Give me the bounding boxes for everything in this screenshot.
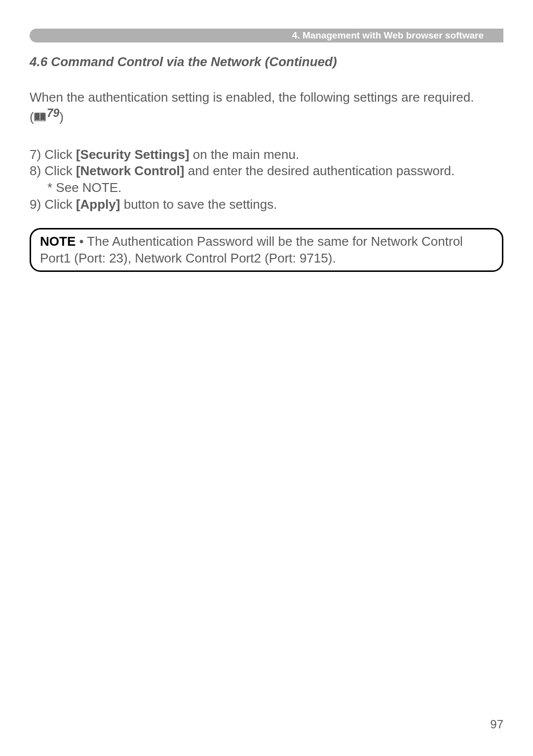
section-title: 4.6 Command Control via the Network (Con… bbox=[30, 54, 503, 70]
step-8: 8) Click [Network Control] and enter the… bbox=[30, 163, 503, 180]
intro-text: When the authentication setting is enabl… bbox=[30, 90, 474, 105]
step8-pre: 8) Click bbox=[30, 163, 76, 178]
step-7: 7) Click [Security Settings] on the main… bbox=[30, 147, 503, 163]
step7-bold: [Security Settings] bbox=[76, 147, 190, 162]
intro-paragraph: When the authentication setting is enabl… bbox=[30, 89, 503, 126]
page-number: 97 bbox=[490, 718, 503, 731]
page-ref-number: 79 bbox=[47, 106, 60, 121]
step9-bold: [Apply] bbox=[76, 197, 120, 212]
breadcrumb: 4. Management with Web browser software bbox=[292, 30, 484, 41]
page-ref-open: ( bbox=[30, 110, 34, 124]
note-label: NOTE bbox=[40, 234, 76, 249]
page-ref-close: ) bbox=[59, 110, 64, 124]
step-8-sub: * See NOTE. bbox=[30, 180, 503, 196]
book-icon bbox=[34, 109, 46, 118]
note-text: • The Authentication Password will be th… bbox=[40, 234, 463, 265]
step9-pre: 9) Click bbox=[30, 197, 76, 212]
step8-bold: [Network Control] bbox=[76, 163, 185, 178]
step7-pre: 7) Click bbox=[30, 147, 76, 162]
header-bar: 4. Management with Web browser software bbox=[30, 29, 503, 42]
step8-post: and enter the desired authentication pas… bbox=[184, 163, 455, 178]
step9-post: button to save the settings. bbox=[120, 197, 277, 212]
step7-post: on the main menu. bbox=[190, 147, 300, 162]
page-reference: 79 bbox=[34, 106, 60, 121]
note-box: NOTE • The Authentication Password will … bbox=[30, 228, 503, 272]
step-9: 9) Click [Apply] button to save the sett… bbox=[30, 196, 503, 213]
steps-list: 7) Click [Security Settings] on the main… bbox=[30, 147, 503, 213]
document-page: 4. Management with Web browser software … bbox=[0, 0, 533, 756]
